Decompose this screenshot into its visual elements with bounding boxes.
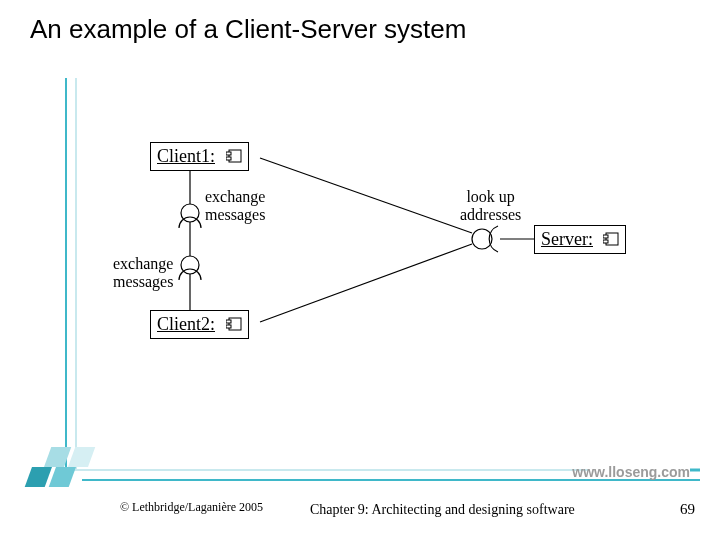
svg-rect-23 (603, 235, 608, 238)
exchange-label-1-line1: exchange (205, 188, 265, 205)
exchange-label-2: exchange messages (113, 255, 173, 291)
client1-node: Client1: (150, 142, 249, 171)
lookup-label-line1: look up (466, 188, 514, 205)
server-label: Server: (541, 229, 593, 249)
client2-label: Client2: (157, 314, 215, 334)
footer-page-number: 69 (680, 501, 695, 518)
footer-chapter: Chapter 9: Architecting and designing so… (310, 502, 575, 518)
footer-url: www.lloseng.com (572, 464, 690, 480)
component-icon (603, 229, 619, 251)
footer-copyright: © Lethbridge/Laganière 2005 (120, 500, 263, 515)
svg-rect-20 (226, 320, 231, 323)
svg-rect-17 (226, 152, 231, 155)
exchange-label-1: exchange messages (205, 188, 265, 224)
client2-node: Client2: (150, 310, 249, 339)
client1-label: Client1: (157, 146, 215, 166)
lookup-label-line2: addresses (460, 206, 521, 223)
svg-rect-18 (226, 157, 231, 160)
svg-line-13 (260, 244, 472, 322)
component-icon (226, 146, 242, 168)
svg-rect-21 (226, 325, 231, 328)
lookup-label: look up addresses (460, 188, 521, 224)
exchange-label-1-line2: messages (205, 206, 265, 223)
exchange-label-2-line1: exchange (113, 255, 173, 272)
client-server-diagram (0, 0, 720, 540)
exchange-label-2-line2: messages (113, 273, 173, 290)
slide: An example of a Client-Server system (0, 0, 720, 540)
component-icon (226, 314, 242, 336)
server-node: Server: (534, 225, 626, 254)
svg-line-12 (260, 158, 472, 233)
svg-rect-24 (603, 240, 608, 243)
